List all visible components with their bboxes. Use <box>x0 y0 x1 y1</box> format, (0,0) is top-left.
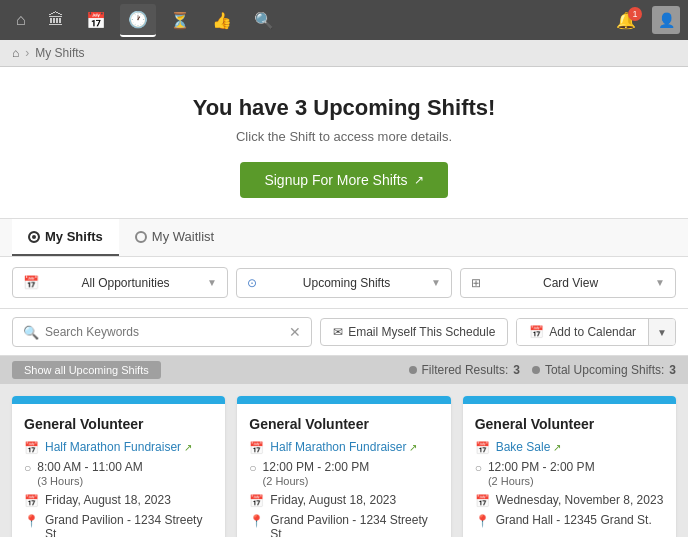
search-input-wrap[interactable]: 🔍 ✕ <box>12 317 312 347</box>
calendar-dropdown-button[interactable]: ▼ <box>648 319 675 345</box>
search-nav-icon[interactable]: 🔍 <box>246 5 282 36</box>
tabs-bar: My Shifts My Waitlist <box>0 218 688 257</box>
view-label: Card View <box>543 276 598 290</box>
time-icon-0: ○ <box>24 461 31 475</box>
grid-filter-icon: ⊞ <box>471 276 481 290</box>
card-date-2: Wednesday, November 8, 2023 <box>496 493 664 507</box>
home-nav-icon[interactable]: ⌂ <box>8 5 34 35</box>
ext-link-icon-0: ↗ <box>184 442 192 453</box>
calendar-dropdown-chevron: ▼ <box>657 327 667 338</box>
clock-nav-icon[interactable]: 🕐 <box>120 4 156 37</box>
tab-my-shifts[interactable]: My Shifts <box>12 219 119 256</box>
card-body-1: General Volunteer 📅 Half Marathon Fundra… <box>237 404 450 537</box>
ext-link-icon-1: ↗ <box>409 442 417 453</box>
event-link-2[interactable]: Bake Sale ↗ <box>496 440 562 454</box>
shift-card-2[interactable]: General Volunteer 📅 Bake Sale ↗ ○ 12:00 … <box>463 396 676 537</box>
search-row: 🔍 ✕ ✉ Email Myself This Schedule 📅 Add t… <box>0 309 688 356</box>
total-shifts-badge: Total Upcoming Shifts: 3 <box>532 363 676 377</box>
calendar-nav-icon[interactable]: 📅 <box>78 5 114 36</box>
status-bar-right: Filtered Results: 3 Total Upcoming Shift… <box>409 363 676 377</box>
total-dot <box>532 366 540 374</box>
event-icon-2: 📅 <box>475 441 490 455</box>
add-calendar-button[interactable]: 📅 Add to Calendar <box>517 319 648 345</box>
card-body-2: General Volunteer 📅 Bake Sale ↗ ○ 12:00 … <box>463 404 676 537</box>
time-icon-1: ○ <box>249 461 256 475</box>
card-duration-0: (3 Hours) <box>37 475 83 487</box>
card-time-0: 8:00 AM - 11:00 AM (3 Hours) <box>37 460 142 488</box>
hero-subtitle: Click the Shift to access more details. <box>20 129 668 144</box>
tab-my-waitlist-label: My Waitlist <box>152 229 214 244</box>
signup-button[interactable]: Signup For More Shifts ↗ <box>240 162 447 198</box>
add-calendar-wrap: 📅 Add to Calendar ▼ <box>516 318 676 346</box>
email-schedule-button[interactable]: ✉ Email Myself This Schedule <box>320 318 508 346</box>
tab-my-shifts-label: My Shifts <box>45 229 103 244</box>
card-location-0: Grand Pavilion - 1234 Streety St <box>45 513 213 537</box>
date-icon-0: 📅 <box>24 494 39 508</box>
email-btn-label: Email Myself This Schedule <box>348 325 495 339</box>
nav-right: 🔔 1 👤 <box>608 5 680 36</box>
main-content: You have 3 Upcoming Shifts! Click the Sh… <box>0 67 688 537</box>
filtered-dot <box>409 366 417 374</box>
show-all-label: Show all Upcoming Shifts <box>24 364 149 376</box>
card-time-1: 12:00 PM - 2:00 PM (2 Hours) <box>263 460 370 488</box>
ext-link-icon-2: ↗ <box>553 442 561 453</box>
clear-search-icon[interactable]: ✕ <box>289 324 301 340</box>
calendar-filter-icon: 📅 <box>23 275 39 290</box>
notif-badge: 1 <box>628 7 642 21</box>
notifications-button[interactable]: 🔔 1 <box>608 5 644 36</box>
card-time-row-0: ○ 8:00 AM - 11:00 AM (3 Hours) <box>24 460 213 488</box>
date-icon-2: 📅 <box>475 494 490 508</box>
shift-card-0[interactable]: General Volunteer 📅 Half Marathon Fundra… <box>12 396 225 537</box>
cards-area: General Volunteer 📅 Half Marathon Fundra… <box>0 384 688 537</box>
card-type-2: General Volunteer <box>475 416 664 432</box>
location-icon-1: 📍 <box>249 514 264 528</box>
event-icon-1: 📅 <box>249 441 264 455</box>
breadcrumb: ⌂ › My Shifts <box>0 40 688 67</box>
card-date-row-2: 📅 Wednesday, November 8, 2023 <box>475 493 664 508</box>
filtered-results-badge: Filtered Results: 3 <box>409 363 520 377</box>
location-icon-0: 📍 <box>24 514 39 528</box>
search-input[interactable] <box>45 325 283 339</box>
shift-card-1[interactable]: General Volunteer 📅 Half Marathon Fundra… <box>237 396 450 537</box>
card-location-row-2: 📍 Grand Hall - 12345 Grand St. <box>475 513 664 528</box>
thumbsup-nav-icon[interactable]: 👍 <box>204 5 240 36</box>
breadcrumb-sep: › <box>25 46 29 60</box>
show-all-button[interactable]: Show all Upcoming Shifts <box>12 361 161 379</box>
card-top-bar-2 <box>463 396 676 404</box>
shifts-label: Upcoming Shifts <box>303 276 390 290</box>
card-date-row-0: 📅 Friday, August 18, 2023 <box>24 493 213 508</box>
opportunities-chevron: ▼ <box>207 277 217 288</box>
time-icon-2: ○ <box>475 461 482 475</box>
view-chevron: ▼ <box>655 277 665 288</box>
card-location-row-1: 📍 Grand Pavilion - 1234 Streety St <box>249 513 438 537</box>
top-nav: ⌂ 🏛 📅 🕐 ⏳ 👍 🔍 🔔 1 👤 <box>0 0 688 40</box>
card-type-0: General Volunteer <box>24 416 213 432</box>
add-calendar-icon: 📅 <box>529 325 544 339</box>
bank-nav-icon[interactable]: 🏛 <box>40 5 72 35</box>
event-link-0[interactable]: Half Marathon Fundraiser ↗ <box>45 440 192 454</box>
breadcrumb-home[interactable]: ⌂ <box>12 46 19 60</box>
date-icon-1: 📅 <box>249 494 264 508</box>
view-filter[interactable]: ⊞ Card View ▼ <box>460 268 676 298</box>
card-time-row-1: ○ 12:00 PM - 2:00 PM (2 Hours) <box>249 460 438 488</box>
card-event-row-0: 📅 Half Marathon Fundraiser ↗ <box>24 440 213 455</box>
calendar-btn-label: Add to Calendar <box>549 325 636 339</box>
shifts-chevron: ▼ <box>431 277 441 288</box>
card-body-0: General Volunteer 📅 Half Marathon Fundra… <box>12 404 225 537</box>
shifts-filter[interactable]: ⊙ Upcoming Shifts ▼ <box>236 268 452 298</box>
tab-my-waitlist[interactable]: My Waitlist <box>119 219 230 256</box>
event-link-1[interactable]: Half Marathon Fundraiser ↗ <box>270 440 417 454</box>
filtered-count: 3 <box>513 363 520 377</box>
breadcrumb-current: My Shifts <box>35 46 84 60</box>
event-icon-0: 📅 <box>24 441 39 455</box>
opportunities-label: All Opportunities <box>82 276 170 290</box>
card-duration-1: (2 Hours) <box>263 475 309 487</box>
avatar-button[interactable]: 👤 <box>652 6 680 34</box>
tab-radio-waitlist <box>135 231 147 243</box>
avatar-icon: 👤 <box>658 12 675 28</box>
hourglass-nav-icon[interactable]: ⏳ <box>162 5 198 36</box>
card-date-row-1: 📅 Friday, August 18, 2023 <box>249 493 438 508</box>
card-location-1: Grand Pavilion - 1234 Streety St <box>270 513 438 537</box>
search-icon: 🔍 <box>23 325 39 340</box>
opportunities-filter[interactable]: 📅 All Opportunities ▼ <box>12 267 228 298</box>
